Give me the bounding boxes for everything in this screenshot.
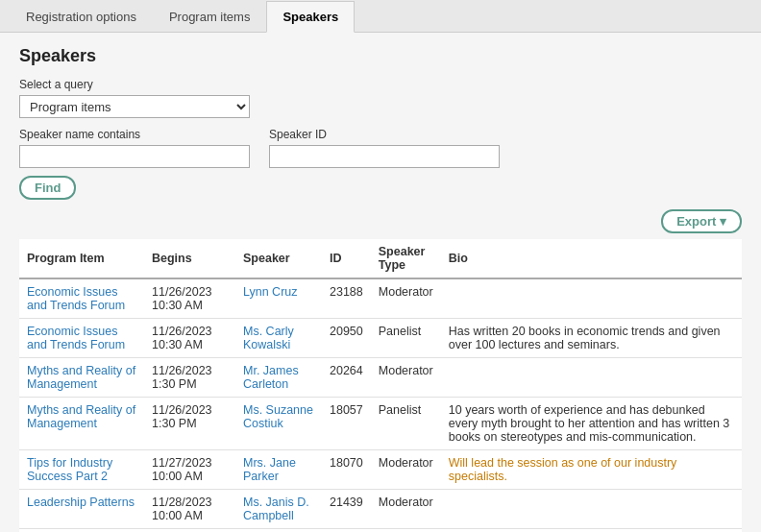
cell-speaker[interactable]: Ms. Janis D. Campbell [235, 490, 322, 529]
cell-speaker[interactable]: Lynn Cruz [235, 529, 322, 533]
cell-id: 23188 [322, 529, 371, 533]
cell-speaker[interactable]: Mr. James Carleton [235, 358, 322, 398]
cell-bio: Has written 20 books in economic trends … [441, 319, 742, 358]
find-button[interactable]: Find [19, 176, 76, 200]
cell-program[interactable]: Leadership Patterns [19, 529, 144, 533]
col-header-speaker: Speaker [235, 239, 322, 278]
cell-id: 21439 [322, 490, 371, 529]
table-row: Leadership Patterns 11/28/2023 10:00 AM … [19, 529, 742, 533]
cell-id: 23188 [322, 278, 371, 319]
cell-program[interactable]: Myths and Reality of Management [19, 398, 144, 450]
tab-registration-options[interactable]: Registration options [10, 1, 153, 33]
cell-type: Panelist [371, 319, 441, 358]
cell-id: 18070 [322, 450, 371, 490]
tab-speakers[interactable]: Speakers [266, 1, 355, 33]
col-header-program: Program Item [19, 239, 144, 278]
table-row: Leadership Patterns 11/28/2023 10:00 AM … [19, 490, 742, 529]
cell-program[interactable]: Tips for Industry Success Part 2 [19, 450, 144, 490]
cell-speaker[interactable]: Ms. Suzanne Costiuk [235, 398, 322, 450]
speakers-table: Program Item Begins Speaker ID Speaker T… [19, 239, 742, 532]
cell-program[interactable]: Myths and Reality of Management [19, 358, 144, 398]
page-title: Speakers [19, 46, 742, 66]
speaker-id-label: Speaker ID [269, 128, 500, 141]
table-row: Economic Issues and Trends Forum 11/26/2… [19, 319, 742, 358]
export-button[interactable]: Export ▾ [661, 209, 742, 233]
cell-bio: Will lead the session as one of our indu… [441, 450, 742, 490]
cell-begins: 11/26/2023 10:30 AM [144, 319, 235, 358]
table-row: Myths and Reality of Management 11/26/20… [19, 398, 742, 450]
cell-begins: 11/26/2023 1:30 PM [144, 358, 235, 398]
cell-begins: 11/28/2023 10:00 AM [144, 490, 235, 529]
cell-id: 18057 [322, 398, 371, 450]
cell-type: Moderator [371, 278, 441, 319]
cell-bio [441, 490, 742, 529]
col-header-begins: Begins [144, 239, 235, 278]
cell-type: Panelist [371, 529, 441, 533]
cell-id: 20264 [322, 358, 371, 398]
tab-bar: Registration options Program items Speak… [0, 0, 761, 33]
col-header-bio: Bio [441, 239, 742, 278]
col-header-type: Speaker Type [371, 239, 441, 278]
cell-speaker[interactable]: Lynn Cruz [235, 278, 322, 319]
query-label: Select a query [19, 78, 742, 91]
cell-speaker[interactable]: Ms. Carly Kowalski [235, 319, 322, 358]
cell-type: Moderator [371, 450, 441, 490]
cell-program[interactable]: Leadership Patterns [19, 490, 144, 529]
speaker-name-label: Speaker name contains [19, 128, 250, 141]
speaker-id-input[interactable] [269, 145, 500, 168]
table-row: Economic Issues and Trends Forum 11/26/2… [19, 278, 742, 319]
col-header-id: ID [322, 239, 371, 278]
cell-program[interactable]: Economic Issues and Trends Forum [19, 278, 144, 319]
cell-begins: 11/27/2023 10:00 AM [144, 450, 235, 490]
cell-program[interactable]: Economic Issues and Trends Forum [19, 319, 144, 358]
cell-bio: 10 years worth of experience and has deb… [441, 398, 742, 450]
query-select[interactable]: Program items All Speakers By ID [19, 95, 250, 118]
cell-speaker[interactable]: Mrs. Jane Parker [235, 450, 322, 490]
cell-type: Moderator [371, 490, 441, 529]
table-row: Tips for Industry Success Part 2 11/27/2… [19, 450, 742, 490]
cell-type: Panelist [371, 398, 441, 450]
cell-begins: 11/28/2023 10:00 AM [144, 529, 235, 533]
table-row: Myths and Reality of Management 11/26/20… [19, 358, 742, 398]
cell-type: Moderator [371, 358, 441, 398]
cell-bio [441, 358, 742, 398]
cell-bio: Has worked in 5 departments within the o… [441, 529, 742, 533]
cell-begins: 11/26/2023 1:30 PM [144, 398, 235, 450]
tab-program-items[interactable]: Program items [153, 1, 267, 33]
cell-bio [441, 278, 742, 319]
speaker-name-input[interactable] [19, 145, 250, 168]
cell-id: 20950 [322, 319, 371, 358]
cell-begins: 11/26/2023 10:30 AM [144, 278, 235, 319]
